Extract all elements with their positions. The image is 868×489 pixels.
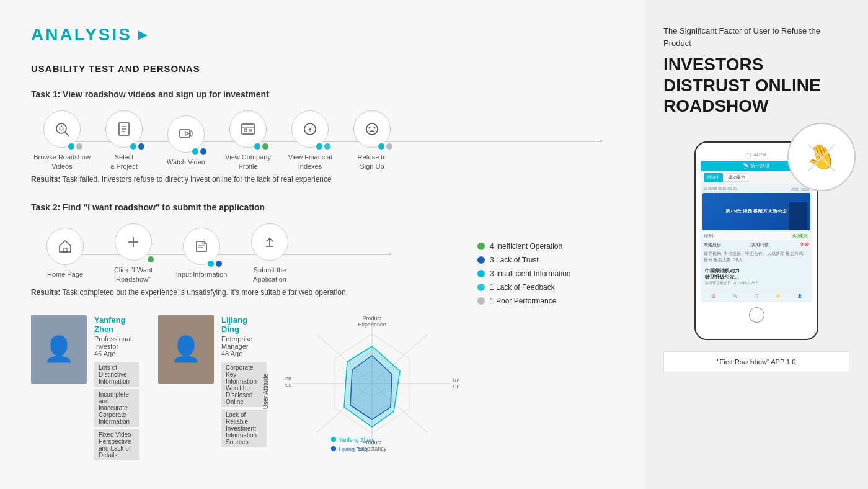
persona-yanfeng: 👤 Yanfeng Zhen Professional Investor 45 … — [31, 315, 140, 463]
svg-text:Credibility: Credibility — [453, 384, 459, 390]
flow-step-browse: Browse RoadshowVideos — [31, 110, 93, 172]
svg-point-44 — [331, 437, 336, 442]
persona-lijiang: 👤 Lijiang Ding Enterprise Manager 48 Age… — [158, 315, 267, 463]
svg-point-18 — [366, 123, 378, 135]
phone-success: 成功案例 — [790, 233, 809, 239]
phone-nav-home[interactable]: 🏠 — [711, 294, 715, 298]
phone-nav-explore[interactable]: 🔍 — [733, 294, 737, 298]
home-icon — [46, 228, 84, 265]
click-label: Click "I WantRoadshow" — [114, 266, 153, 285]
svg-point-46 — [331, 446, 336, 451]
phone-news-card: 中国柴油机动力转型升级引发... 路演开放截止日: 2015年5月25日 — [702, 266, 810, 288]
phone-home-button[interactable] — [749, 307, 764, 323]
refuse-icon — [353, 110, 391, 148]
phone-tab-inactive: 成功案例 — [725, 173, 748, 182]
svg-marker-9 — [185, 132, 189, 135]
task2-results: Results: Task completed but the experien… — [31, 288, 459, 297]
select-dots — [130, 143, 144, 150]
flow-step-submit: Submit theApplication — [236, 223, 304, 285]
phone-container: 🤚 11:44PM 📡 第一路演 路演中 成功案例 2145/08 — [663, 141, 849, 340]
results2-bold: Results: — [31, 288, 60, 297]
flow-step-select: Selecta Project — [93, 110, 155, 172]
phone-stats: 路演中 成功案例 — [702, 232, 810, 241]
user-attitude-label: User Attitude — [262, 373, 269, 408]
persona2-name: Lijiang Ding — [221, 315, 267, 334]
flow-arrow: → — [595, 135, 604, 146]
phone-meta: 2145/08 2015-03-23 浏览: 5218 — [702, 186, 810, 193]
phone-tag1: 辅导机构: 中信建设、中汇合作、大成博弈 报名方式: 摇号 报名人数: 38人 — [704, 251, 804, 262]
svg-line-1 — [65, 132, 69, 136]
phone-label: "First Roadshow" APP 1.0 — [663, 345, 849, 373]
flow-arrow-2: → — [384, 248, 394, 259]
factors-area: 4 Inefficient Operation 3 Lack of Trust … — [477, 242, 614, 315]
flow-step-refuse: Refuse toSign Up — [341, 110, 403, 172]
factor-4: 1 Lack of Feedback — [477, 283, 614, 292]
click-icon — [115, 223, 152, 261]
input-dots — [208, 261, 222, 267]
main-content: ANALYSIS ▶ USABILITY TEST AND PERSONAS T… — [0, 0, 645, 489]
task1-results-text: Task failed. Investors refuse to directl… — [62, 175, 331, 184]
factor2-dot — [477, 256, 485, 264]
phone-content: 2145/08 2015-03-23 浏览: 5218 周小坐: 股改将魔方大致… — [701, 184, 812, 302]
hand-circle: 🤚 — [787, 123, 856, 191]
refuse-dots — [378, 143, 392, 150]
financial-dots — [316, 143, 330, 150]
svg-text:Lijiang Ding: Lijiang Ding — [339, 446, 368, 452]
persona2-role: Enterprise Manager — [221, 335, 267, 350]
phone-nav-user[interactable]: 👤 — [797, 294, 802, 298]
phone-label-box: "First Roadshow" APP 1.0 — [663, 351, 849, 373]
persona2-tag1: Corporate Key Information Won't be Discl… — [221, 362, 267, 407]
svg-text:Roadshow: Roadshow — [453, 377, 459, 384]
svg-text:Experience: Experience — [358, 321, 386, 328]
persona1-tag3: Fixed Video Perspective and Lack of Deta… — [94, 429, 140, 460]
factor-2: 3 Lack of Trust — [477, 256, 614, 264]
persona1-tag2: Incomplete and Inaccurate Corporate Info… — [94, 389, 140, 427]
svg-rect-13 — [244, 129, 247, 132]
home-label: Home Page — [47, 270, 83, 279]
phone-stock-row: 东南股份 实时行情: 9.00 — [702, 241, 810, 249]
task1-results: Results: Task failed. Investors refuse t… — [31, 175, 614, 184]
financial-icon: ¥ — [291, 110, 329, 148]
right-title-big: INVESTORS DISTRUST ONLINE ROADSHOW — [663, 54, 849, 117]
svg-point-19 — [369, 127, 371, 129]
factor4-dot — [477, 284, 485, 291]
flow-step-company: View CompanyProfile — [217, 110, 279, 172]
page-title-bar: ANALYSIS ▶ — [31, 25, 614, 45]
phone-stock-name: 东南股份 — [704, 242, 721, 248]
phone-stock-price: 9.00 — [800, 242, 809, 248]
persona1-tag1: Lots of Distinctive Information — [94, 362, 140, 387]
watch-dots — [192, 148, 206, 155]
factor1-dot — [477, 243, 485, 250]
phone-image: 周小坐: 股改将魔方大致分划 — [702, 193, 810, 230]
results-bold: Results: — [31, 175, 60, 184]
company-label: View CompanyProfile — [225, 153, 271, 172]
persona1-photo: 👤 — [31, 315, 87, 384]
phone-nav-fav[interactable]: ⭐ — [776, 294, 780, 298]
persona2-info: Lijiang Ding Enterprise Manager 48 Age C… — [221, 315, 267, 463]
submit-label: Submit theApplication — [253, 266, 286, 285]
phone-nav-project[interactable]: 📋 — [754, 294, 758, 298]
factor1-text: 4 Inefficient Operation — [490, 242, 562, 251]
factor4-text: 1 Lack of Feedback — [490, 283, 555, 292]
phone-listing: 路演中 — [704, 233, 715, 239]
phone-time: 11:44PM — [746, 152, 766, 158]
phone-date: 2145/08 2015-03-23 — [704, 187, 737, 192]
phone-screen: 📡 第一路演 路演中 成功案例 2145/08 2015-03-23 浏览: 5… — [701, 161, 812, 302]
select-icon — [105, 110, 143, 148]
persona2-age: 48 Age — [221, 350, 267, 357]
svg-rect-11 — [242, 124, 254, 134]
watch-icon — [167, 115, 205, 153]
flow-step-financial: ¥ View FinancialIndexes — [279, 110, 341, 172]
persona2-photo-placeholder: 👤 — [158, 315, 214, 384]
radar-area: Product Experience Roadshow Credibility … — [285, 315, 459, 463]
phone-stock-label: 实时行情: — [751, 242, 770, 248]
refuse-label: Refuse toSign Up — [357, 153, 386, 172]
watch-label: Watch Video — [167, 158, 205, 167]
page-title-text: ANALYSIS — [31, 25, 132, 45]
svg-text:Information: Information — [285, 375, 291, 382]
factor3-text: 3 Insufficient Information — [490, 269, 571, 278]
persona1-info: Yanfeng Zhen Professional Investor 45 Ag… — [94, 315, 140, 463]
factor2-text: 3 Lack of Trust — [490, 256, 539, 264]
section-title: USABILITY TEST AND PERSONAS — [31, 63, 614, 74]
svg-text:¥: ¥ — [308, 126, 312, 133]
